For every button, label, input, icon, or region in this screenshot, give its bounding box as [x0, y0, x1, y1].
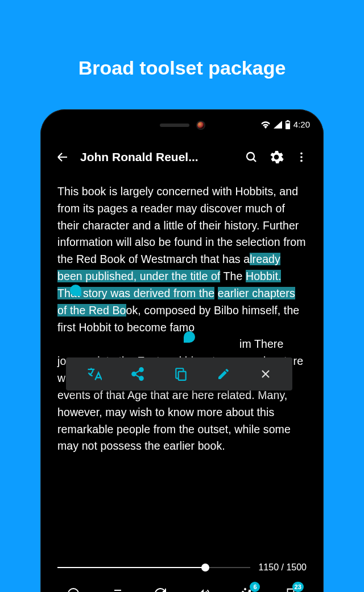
svg-rect-8 [179, 372, 186, 380]
svg-point-1 [247, 153, 254, 160]
progress-row: 1150 / 1500 [57, 562, 307, 573]
edit-button[interactable] [217, 367, 230, 381]
front-camera [197, 122, 204, 129]
wifi-icon [260, 121, 271, 129]
svg-point-7 [139, 376, 143, 380]
page-headline: Broad toolset package [0, 0, 364, 79]
contents-button[interactable] [108, 585, 125, 592]
share-button[interactable] [130, 367, 145, 381]
copy-button[interactable] [173, 367, 188, 381]
progress-fill [57, 567, 205, 568]
info-button[interactable] [65, 585, 82, 592]
selection-handle-end[interactable] [184, 331, 195, 343]
svg-point-2 [300, 153, 303, 155]
phone-frame: 4:20 John Ronald Reuel... This book is l… [40, 109, 324, 592]
app-bar: John Ronald Reuel... [47, 142, 317, 172]
back-button[interactable] [55, 150, 70, 165]
body-text: im There [239, 338, 283, 350]
search-button[interactable] [244, 150, 259, 165]
svg-rect-0 [286, 122, 289, 123]
svg-point-6 [132, 372, 136, 376]
svg-point-4 [300, 160, 303, 162]
bottom-bar: 6 23 [47, 581, 317, 592]
speaker-grille [160, 124, 189, 127]
body-text: The [220, 270, 246, 282]
progress-total: 1500 [286, 562, 307, 572]
selection-toolbar [66, 357, 292, 390]
progress-label: 1150 / 1500 [258, 562, 307, 573]
wand-badge: 6 [250, 582, 260, 592]
phone-screen: 4:20 John Ronald Reuel... This book is l… [47, 116, 317, 592]
svg-point-5 [139, 368, 143, 372]
progress-thumb[interactable] [201, 564, 209, 572]
signal-icon [274, 121, 282, 129]
more-button[interactable] [294, 150, 309, 165]
svg-point-3 [300, 156, 303, 158]
bookmark-badge: 23 [292, 582, 304, 592]
wand-button[interactable]: 6 [238, 585, 255, 592]
status-time: 4:20 [293, 120, 310, 129]
appbar-title: John Ronald Reuel... [80, 150, 234, 164]
progress-current: 1150 [258, 562, 279, 572]
status-bar: 4:20 [260, 120, 310, 129]
progress-slider[interactable] [57, 567, 250, 568]
phone-notch [122, 116, 242, 134]
selection-handle-start[interactable] [70, 285, 81, 296]
battery-icon [285, 120, 291, 129]
body-text [214, 287, 218, 299]
settings-button[interactable] [269, 150, 284, 165]
audio-button[interactable] [195, 585, 212, 592]
bookmark-button[interactable]: 23 [282, 585, 299, 592]
refresh-button[interactable] [152, 585, 169, 592]
progress-sep: / [279, 562, 286, 572]
translate-button[interactable] [86, 366, 102, 382]
close-toolbar-button[interactable] [259, 367, 272, 381]
